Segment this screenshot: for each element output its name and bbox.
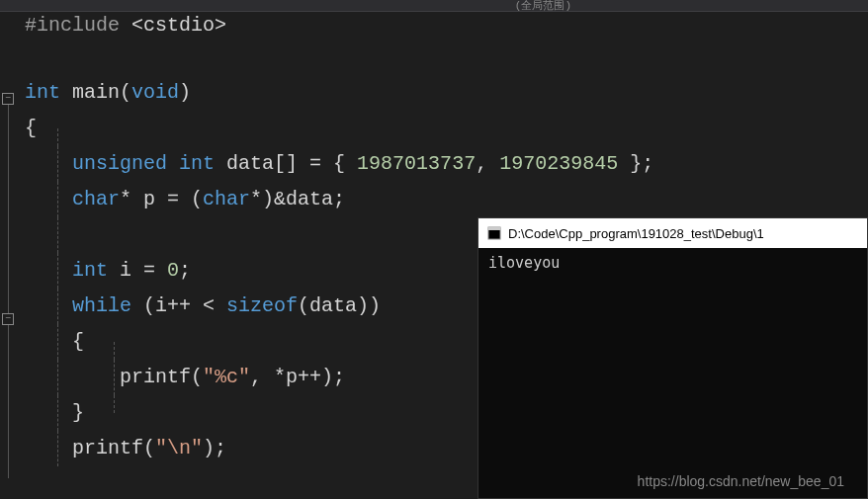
console-output: iloveyou	[478, 248, 867, 278]
var-data: data[]	[226, 152, 298, 175]
while-keyword: while	[72, 294, 131, 317]
svg-rect-1	[488, 227, 500, 230]
num-literal: 1987013737	[357, 152, 476, 175]
code-line-decl2: char* p = (char*)&data;	[25, 182, 868, 217]
printf-call: printf	[120, 366, 191, 388]
include-header: <cstdio>	[131, 14, 226, 37]
fold-line	[8, 105, 9, 313]
sizeof-keyword: sizeof	[226, 294, 298, 317]
console-window[interactable]: D:\Code\Cpp_program\191028_test\Debug\1 …	[477, 217, 868, 499]
code-line: #include <cstdio>	[25, 12, 868, 40]
var-p: p = (	[131, 188, 203, 210]
fold-marker-while[interactable]: −	[2, 313, 14, 325]
preproc-include: #include	[25, 14, 120, 37]
editor-top-bar: (全局范围)	[0, 0, 868, 12]
format-string: "%c"	[203, 366, 250, 388]
code-line-decl1: unsigned int data[] = { 1987013737, 1970…	[25, 146, 868, 182]
printf-call: printf	[72, 437, 143, 459]
var-i: i =	[108, 259, 167, 282]
code-line-blank	[25, 40, 868, 75]
code-line-brace: {	[25, 111, 868, 146]
console-title-bar[interactable]: D:\Code\Cpp_program\191028_test\Debug\1	[478, 218, 867, 248]
gutter: − −	[0, 12, 20, 499]
func-name: main	[72, 81, 120, 104]
fold-line	[8, 325, 9, 478]
watermark: https://blog.csdn.net/new_bee_01	[638, 473, 844, 489]
return-type: int	[25, 81, 60, 104]
code-line-main: int main(void)	[25, 75, 868, 111]
format-string: "\n"	[155, 437, 203, 459]
console-output-text: iloveyou	[488, 254, 560, 272]
fold-marker-main[interactable]: −	[2, 93, 14, 105]
num-literal: 1970239845	[499, 152, 618, 175]
param-type: void	[131, 81, 179, 104]
console-icon	[486, 225, 502, 241]
console-title-text: D:\Code\Cpp_program\191028_test\Debug\1	[508, 226, 764, 241]
